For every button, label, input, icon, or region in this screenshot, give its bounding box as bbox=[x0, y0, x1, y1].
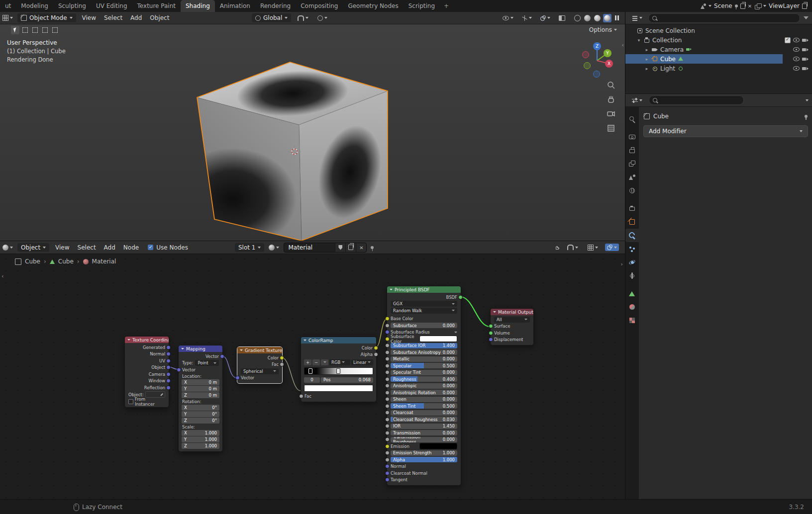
snap-toggle[interactable] bbox=[565, 245, 581, 250]
vector-component-field[interactable]: Y 0° bbox=[182, 411, 219, 417]
outliner-item-name[interactable]: Scene Collection bbox=[645, 27, 695, 34]
input-socket[interactable] bbox=[489, 331, 493, 335]
use-nodes-checkbox[interactable]: Use Nodes bbox=[148, 244, 188, 251]
workspace-tab[interactable]: Compositing bbox=[296, 0, 343, 12]
add-stop-button[interactable]: + bbox=[304, 359, 311, 365]
input-socket[interactable] bbox=[299, 394, 304, 398]
axis-neg-y[interactable] bbox=[584, 63, 591, 69]
principled-input-row[interactable]: Subsurface Color Subsurface Color bbox=[387, 336, 461, 343]
properties-tab[interactable] bbox=[625, 184, 639, 197]
input-socket[interactable] bbox=[385, 363, 390, 368]
value-slider[interactable]: Subsurface Anisotropy 0.000 bbox=[391, 349, 457, 355]
copy-material-button[interactable] bbox=[345, 243, 356, 252]
value-slider[interactable]: Subsurface 0.000 bbox=[391, 323, 457, 328]
stop-index-field[interactable]: 0 bbox=[304, 377, 320, 383]
vector-component-field[interactable]: Y 1.000 bbox=[182, 436, 219, 442]
principled-input-row[interactable]: Anisotropic Rotation Anisotropic Rotatio… bbox=[387, 389, 461, 396]
output-socket[interactable] bbox=[166, 379, 171, 383]
expander-icon[interactable]: ▸ bbox=[644, 66, 649, 71]
color-swatch[interactable] bbox=[419, 336, 457, 342]
workspace-tab[interactable]: Rendering bbox=[255, 0, 296, 12]
properties-options-icon[interactable] bbox=[806, 99, 809, 101]
input-socket[interactable] bbox=[235, 376, 240, 380]
editor-type-button[interactable] bbox=[0, 245, 15, 251]
vector-component-field[interactable]: Z 1.000 bbox=[182, 443, 219, 449]
disable-in-renders-icon[interactable] bbox=[802, 57, 809, 61]
view-layer-selector[interactable]: ViewLayer bbox=[755, 2, 807, 9]
disable-in-renders-icon[interactable] bbox=[802, 38, 809, 42]
input-socket[interactable] bbox=[385, 337, 390, 341]
vector-component-field[interactable]: Z 0° bbox=[182, 418, 219, 424]
input-socket[interactable] bbox=[385, 437, 390, 442]
hide-in-viewport-icon[interactable] bbox=[793, 57, 800, 61]
workspace-tab[interactable]: Animation bbox=[215, 0, 255, 12]
fake-user-button[interactable] bbox=[335, 243, 345, 252]
breadcrumb-material[interactable]: Material bbox=[92, 258, 116, 265]
node-gradient-texture[interactable]: Gradient Texture Color Fac bbox=[237, 346, 283, 384]
input-socket[interactable] bbox=[385, 430, 390, 435]
delete-stop-button[interactable]: − bbox=[312, 359, 320, 365]
workspace-tab[interactable]: ut bbox=[0, 0, 16, 12]
node-header[interactable]: Mapping bbox=[179, 345, 222, 352]
menu-item[interactable]: View bbox=[51, 244, 73, 251]
output-socket[interactable] bbox=[374, 345, 378, 350]
collapse-icon[interactable] bbox=[390, 289, 393, 290]
color-swatch[interactable] bbox=[419, 443, 457, 449]
input-socket[interactable] bbox=[385, 404, 390, 408]
outliner-item-name[interactable]: Light bbox=[660, 65, 675, 72]
value-slider[interactable]: Anisotropic 0.000 bbox=[391, 383, 457, 389]
value-slider[interactable]: Clearcoat 0.000 bbox=[391, 410, 457, 416]
input-socket[interactable] bbox=[385, 451, 390, 455]
shading-solid-button[interactable] bbox=[583, 14, 592, 22]
go-to-parent-icon[interactable] bbox=[556, 245, 560, 250]
principled-input-row[interactable]: Metallic Metallic 0.000 bbox=[387, 356, 461, 363]
menu-item[interactable]: Select bbox=[100, 14, 126, 21]
input-socket[interactable] bbox=[385, 377, 390, 381]
select-extend-tool-button[interactable] bbox=[31, 26, 39, 34]
node-texture-coordinate[interactable]: Texture Coordinate Generated Normal bbox=[124, 336, 169, 408]
menu-item[interactable]: Node bbox=[119, 244, 143, 251]
visibility-dropdown[interactable] bbox=[500, 16, 516, 20]
output-socket[interactable] bbox=[374, 352, 378, 357]
principled-input-row[interactable]: Transmission Transmission 0.000 bbox=[387, 429, 461, 436]
value-slider[interactable]: Metallic 0.000 bbox=[391, 356, 457, 362]
editor-type-button[interactable] bbox=[629, 97, 645, 103]
principled-input-row[interactable]: Clearcoat Roughness Clearcoat Roughness … bbox=[387, 416, 461, 423]
input-socket[interactable] bbox=[385, 457, 390, 462]
input-socket[interactable] bbox=[385, 370, 390, 375]
overlays-dropdown[interactable] bbox=[538, 15, 553, 21]
material-name-field[interactable]: Material bbox=[284, 243, 367, 253]
proportional-edit-toggle[interactable] bbox=[315, 15, 330, 21]
properties-tab[interactable] bbox=[625, 144, 639, 157]
principled-input-row[interactable]: Tangent Tangent bbox=[387, 477, 461, 484]
input-socket[interactable] bbox=[385, 411, 390, 415]
pin-icon[interactable] bbox=[735, 4, 738, 7]
checkbox-unchecked-icon[interactable] bbox=[128, 399, 133, 404]
collapse-icon[interactable] bbox=[304, 340, 306, 341]
output-socket[interactable] bbox=[166, 372, 171, 376]
ramp-stop[interactable] bbox=[336, 368, 340, 374]
value-slider[interactable]: Emission Strength 1.000 bbox=[391, 450, 457, 456]
node-header[interactable]: Texture Coordinate bbox=[125, 337, 169, 343]
material-slot-dropdown[interactable]: Slot 1 bbox=[235, 243, 264, 252]
principled-input-row[interactable]: IOR IOR 1.450 bbox=[387, 423, 461, 430]
outliner-row[interactable]: ▾ Collection bbox=[625, 35, 812, 45]
vector-component-field[interactable]: Z 0 m bbox=[182, 392, 219, 398]
select-box-tool-button[interactable] bbox=[21, 26, 29, 34]
input-socket[interactable] bbox=[385, 323, 390, 328]
vector-component-field[interactable]: X 1.000 bbox=[182, 430, 219, 436]
output-socket[interactable] bbox=[280, 362, 284, 367]
value-slider[interactable]: Transmission Roughness 0.000 bbox=[391, 437, 457, 442]
menu-item[interactable]: View bbox=[78, 14, 100, 21]
menu-item[interactable]: Object bbox=[146, 14, 173, 21]
principled-input-row[interactable]: Subsurface IOR Subsurface IOR 1.400 bbox=[387, 343, 461, 349]
output-socket[interactable] bbox=[220, 354, 224, 358]
hide-in-viewport-icon[interactable] bbox=[793, 38, 800, 42]
node-header[interactable]: Principled BSDF bbox=[387, 286, 461, 293]
pin-icon[interactable] bbox=[371, 246, 374, 249]
input-socket[interactable] bbox=[385, 343, 390, 348]
expander-icon[interactable]: ▸ bbox=[644, 47, 649, 52]
value-slider[interactable]: Clearcoat Roughness 0.030 bbox=[391, 417, 457, 422]
value-slider[interactable]: Anisotropic Rotation 0.000 bbox=[391, 390, 457, 395]
active-object-name[interactable]: Cube bbox=[653, 113, 669, 120]
